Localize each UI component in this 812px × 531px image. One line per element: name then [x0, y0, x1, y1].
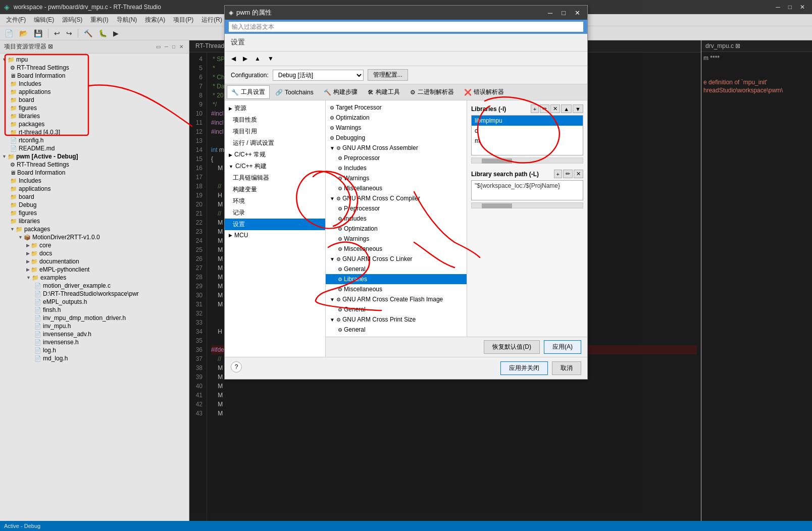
tab-tool-settings-label: 工具设置: [241, 88, 265, 96]
tab-tool-settings[interactable]: 🔧 工具设置: [227, 85, 270, 99]
prop-tree-log[interactable]: 记录: [225, 207, 325, 219]
tool-tree-debugging[interactable]: ⚙ Debugging: [326, 133, 467, 143]
config-label: Configuration:: [231, 72, 269, 79]
filter-input[interactable]: [229, 22, 583, 32]
label-cpp-build: C/C++ 构建: [235, 162, 267, 171]
tool-label-linker-misc: Miscellaneous: [344, 286, 382, 293]
tool-label-debugging: Debugging: [336, 134, 365, 141]
label-run-debug: 运行 / 调试设置: [233, 139, 274, 147]
apply-close-btn[interactable]: 应用并关闭: [500, 361, 548, 375]
prop-tree-settings[interactable]: 设置: [225, 219, 325, 230]
lib-item-libmplmpu[interactable]: libmplmpu: [472, 116, 583, 126]
tool-tree-cc-warnings[interactable]: ⚙ Warnings: [326, 234, 467, 244]
config-select[interactable]: Debug [活动]: [273, 70, 364, 81]
lib-scrollbar[interactable]: [471, 157, 583, 164]
prop-tree-run-debug[interactable]: 运行 / 调试设置: [225, 137, 325, 149]
tool-tree-asm[interactable]: ▼ ⚙ GNU ARM Cross Assembler: [326, 143, 467, 153]
prop-tree-mcu[interactable]: ▶ MCU: [225, 230, 325, 240]
tool-tree-linker-misc[interactable]: ⚙ Miscellaneous: [326, 284, 467, 294]
tool-icon-cc-warnings: ⚙: [338, 236, 342, 242]
tool-tree-cc-includes[interactable]: ⚙ Includes: [326, 214, 467, 224]
tool-tree-cc-misc[interactable]: ⚙ Miscellaneous: [326, 244, 467, 254]
libraries-header: Libraries (-l) + ✏ ✕ ▲ ▼: [471, 104, 583, 113]
prop-tree-project-ref[interactable]: 项目引用: [225, 126, 325, 137]
nav-back-btn[interactable]: ◀: [229, 54, 238, 64]
nav-dropdown-btn[interactable]: ▼: [265, 54, 276, 64]
tool-tree-optimization[interactable]: ⚙ Optimization: [326, 113, 467, 123]
tool-tree-print-size[interactable]: ▼ ⚙ GNU ARM Cross Print Size: [326, 314, 467, 325]
tool-icon-c-linker: ▼: [330, 256, 335, 262]
label-project-ref: 项目引用: [233, 127, 257, 136]
arrow-cpp-build: ▼: [229, 164, 233, 169]
restore-defaults-btn[interactable]: 恢复默认值(D): [484, 340, 540, 354]
prop-tree-project-properties[interactable]: 项目性质: [225, 114, 325, 126]
tool-tree-c-compiler[interactable]: ▼ ⚙ GNU ARM Cross C Compiler: [326, 193, 467, 203]
prop-right-panel: ⚙ Target Processor ⚙ Optimization ⚙ Warn…: [326, 100, 587, 357]
prop-tree-env[interactable]: 环境: [225, 195, 325, 207]
tool-label-cc-preprocessor: Preprocessor: [344, 205, 380, 212]
lib-search-item-1[interactable]: "${workspace_loc:/${ProjName}: [472, 181, 583, 191]
tool-tree-linker-libraries[interactable]: ⚙ Libraries: [326, 274, 467, 284]
dialog-minimize-btn[interactable]: ─: [545, 8, 555, 18]
libraries-panel: Libraries (-l) + ✏ ✕ ▲ ▼ libmp: [467, 100, 587, 337]
lib-search-header: Library search path (-L) + ✏ ✕: [471, 170, 583, 178]
apply-btn[interactable]: 应用(A): [544, 340, 581, 354]
tab-error-parser[interactable]: ❌ 错误解析器: [460, 85, 509, 99]
help-button[interactable]: ?: [231, 361, 242, 373]
lib-item-c[interactable]: c: [472, 126, 583, 136]
lib-add-btn[interactable]: +: [531, 104, 539, 113]
tab-toolchains[interactable]: 🔗 Toolchains: [271, 86, 318, 98]
lib-scrollbar-thumb: [482, 158, 512, 164]
lib-up-btn[interactable]: ▲: [561, 104, 572, 113]
tool-tree-flash-general[interactable]: ⚙ General: [326, 304, 467, 314]
prop-tree-toolchain-editor[interactable]: 工具链编辑器: [225, 172, 325, 184]
lib-search-delete-btn[interactable]: ✕: [574, 170, 583, 178]
tab-build-steps[interactable]: 🔨 构建步骤: [319, 85, 362, 99]
prop-tree-resources[interactable]: ▶ 资源: [225, 102, 325, 114]
lib-down-btn[interactable]: ▼: [573, 104, 583, 113]
tool-icon-cc-optimization: ⚙: [338, 226, 342, 232]
prop-footer: 恢复默认值(D) 应用(A): [326, 337, 587, 357]
tool-icon-cc-includes: ⚙: [338, 216, 342, 222]
nav-forward-btn[interactable]: ▶: [240, 54, 250, 64]
tool-tree-warnings[interactable]: ⚙ Warnings: [326, 123, 467, 133]
tool-tree-target-processor[interactable]: ⚙ Target Processor: [326, 102, 467, 113]
tool-tree-asm-preprocessor[interactable]: ⚙ Preprocessor: [326, 153, 467, 163]
dialog-maximize-btn[interactable]: □: [559, 8, 569, 18]
tool-tree-asm-includes[interactable]: ⚙ Includes: [326, 163, 467, 173]
dialog-main-content: ▶ 资源 项目性质 项目引用 运行 / 调试设置 ▶ C/C++ 常规: [225, 100, 587, 357]
lib-edit-btn[interactable]: ✏: [540, 104, 549, 113]
tool-icon-print-general: ⚙: [338, 327, 342, 333]
prop-tree-cpp-general[interactable]: ▶ C/C++ 常规: [225, 149, 325, 161]
tool-tree-asm-warnings[interactable]: ⚙ Warnings: [326, 173, 467, 183]
tool-tree-cc-optimization[interactable]: ⚙ Optimization: [326, 224, 467, 234]
tool-tree-print-general[interactable]: ⚙ General: [326, 325, 467, 335]
tool-tree-asm-misc[interactable]: ⚙ Miscellaneous: [326, 183, 467, 193]
tool-tree-c-linker[interactable]: ▼ ⚙ GNU ARM Cross C Linker: [326, 254, 467, 264]
prop-tree-build-vars[interactable]: 构建变量: [225, 184, 325, 195]
nav-up-btn[interactable]: ▲: [252, 54, 263, 64]
manage-config-btn[interactable]: 管理配置...: [368, 69, 408, 81]
dialog-titlebar: ◈ pwm 的属性 ─ □ ✕: [225, 6, 587, 20]
dialog-close-btn[interactable]: ✕: [572, 8, 583, 18]
tab-build-tools[interactable]: 🛠 构建工具: [363, 85, 404, 99]
prop-tree-cpp-build[interactable]: ▼ C/C++ 构建: [225, 161, 325, 172]
config-bar: Configuration: Debug [活动] 管理配置...: [225, 66, 587, 84]
dialog-footer: ? 应用并关闭 取消: [225, 357, 587, 379]
lib-delete-btn[interactable]: ✕: [550, 104, 560, 113]
tool-tree-linker-general[interactable]: ⚙ General: [326, 264, 467, 274]
label-build-vars: 构建变量: [233, 185, 257, 194]
lib-search-scrollbar[interactable]: [471, 202, 583, 208]
tab-build-tools-icon: 🛠: [368, 89, 374, 96]
tab-binary-parser[interactable]: ⚙ 二进制解析器: [405, 85, 459, 99]
tool-tree-cc-preprocessor[interactable]: ⚙ Preprocessor: [326, 203, 467, 214]
tool-tree-flash-image[interactable]: ▼ ⚙ GNU ARM Cross Create Flash Image: [326, 294, 467, 304]
lib-item-m[interactable]: m: [472, 136, 583, 146]
lib-search-title: Library search path (-L): [471, 171, 539, 178]
lib-search-add-btn[interactable]: +: [554, 170, 562, 178]
cancel-btn[interactable]: 取消: [552, 361, 581, 375]
lib-search-edit-btn[interactable]: ✏: [563, 170, 573, 178]
tab-binary-parser-icon: ⚙: [410, 89, 416, 96]
tool-icon-c-compiler: ▼: [330, 196, 335, 201]
lib-search-controls: + ✏ ✕: [554, 170, 583, 178]
